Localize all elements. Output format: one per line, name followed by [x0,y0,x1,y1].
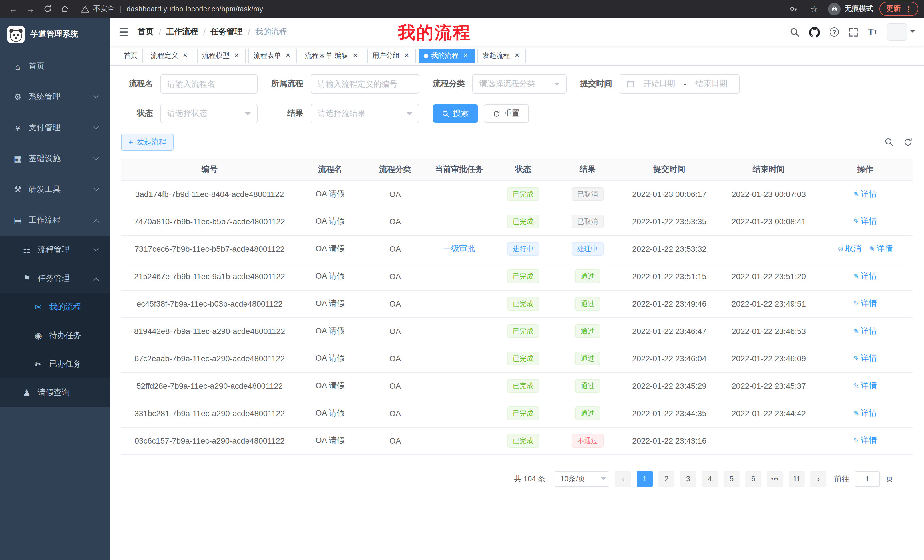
current-task-link[interactable]: 一级审批 [443,244,475,253]
process-name-input[interactable] [160,74,258,94]
page-size-select[interactable]: 10条/页 [555,471,609,487]
status-select[interactable]: 请选择状态 [160,104,258,123]
filter-label-name: 流程名 [121,79,153,89]
search-icon[interactable] [790,27,800,37]
help-icon[interactable]: ? [830,27,839,36]
tab-close-icon[interactable]: × [181,52,189,60]
page-button[interactable]: 1 [637,471,653,487]
prev-page-button[interactable]: ‹ [615,471,631,487]
tab-item[interactable]: 我的流程× [418,48,475,63]
forward-icon[interactable]: → [23,2,38,16]
cell-end-time: 2022-01-23 00:07:03 [720,180,818,208]
cell-result: 已取消 [556,180,619,208]
detail-action-link[interactable]: ✎详情 [854,298,877,308]
result-select[interactable]: 请选择流结果 [310,104,419,123]
action-label: 详情 [861,216,877,226]
date-range-picker[interactable]: 开始日期 - 结束日期 [620,74,740,94]
sidebar-item-infra[interactable]: ▦基础设施 [0,143,110,174]
menu-dots-icon[interactable]: ⋮ [904,4,913,13]
refresh-table-icon[interactable] [903,138,913,147]
page-button[interactable]: 3 [680,471,696,487]
tab-label: 首页 [124,51,138,60]
back-icon[interactable]: ← [6,2,21,16]
cell-current-task [428,345,490,372]
tab-close-icon[interactable]: × [351,52,359,60]
detail-action-link[interactable]: ✎详情 [854,408,877,417]
page-button[interactable]: 6 [745,471,761,487]
update-button[interactable]: 更新 ⋮ [879,2,918,16]
detail-action-link[interactable]: ✎详情 [854,216,877,226]
pagination-ellipsis[interactable]: ••• [767,471,783,487]
search-button[interactable]: 搜索 [433,105,478,123]
font-size-icon[interactable]: TT [868,27,877,36]
page-button[interactable]: 5 [723,471,740,487]
cell-id: 7317cec6-7b9b-11ec-b5b7-acde48001122 [121,235,298,263]
sidebar-item-process-mgmt[interactable]: ☷流程管理 [0,236,110,264]
status-tag: 已完成 [507,270,539,283]
cell-result: 通过 [556,372,619,400]
detail-action-link[interactable]: ✎详情 [854,353,877,362]
category-select[interactable]: 请选择流程分类 [472,74,567,94]
logo[interactable]: 芋道管理系统 [0,18,110,51]
create-process-button[interactable]: + 发起流程 [121,133,174,151]
tab-close-icon[interactable]: × [232,52,240,60]
sidebar-item-devtools[interactable]: ⚒研发工具 [0,174,110,205]
sidebar-item-workflow[interactable]: ▤工作流程 [0,205,110,236]
sidebar-item-home[interactable]: ⌂首页 [0,51,110,82]
cell-end-time: 2022-01-22 23:46:53 [720,317,818,345]
breadcrumb-item[interactable]: 任务管理 [211,27,243,37]
tab-item[interactable]: 流程模型× [197,48,246,63]
detail-action-link[interactable]: ✎详情 [869,244,892,253]
tab-close-icon[interactable]: × [403,52,411,60]
detail-action-link[interactable]: ✎详情 [854,436,877,445]
tab-item[interactable]: 发起流程× [477,48,526,63]
goto-page-input[interactable] [855,471,880,487]
cancel-action-link[interactable]: ⊘取消 [838,244,861,253]
home-button-icon[interactable] [57,2,72,16]
detail-action-link[interactable]: ✎详情 [854,189,877,198]
detail-action-link[interactable]: ✎详情 [854,381,877,390]
incognito-badge: 无痕模式 [828,3,873,15]
reload-icon[interactable] [40,2,55,16]
cell-submit-time: 2022-01-22 23:46:47 [619,317,720,345]
cell-category: OA [362,290,428,317]
process-definition-input[interactable] [310,74,419,94]
page-button[interactable]: 4 [702,471,718,487]
tab-close-icon[interactable]: × [513,52,521,60]
next-page-button[interactable]: › [810,471,826,487]
key-icon[interactable] [786,2,801,16]
bookmark-star-icon[interactable]: ☆ [807,2,822,16]
page-button[interactable]: 2 [658,471,675,487]
cell-end-time: 2022-01-22 23:46:09 [720,345,818,372]
sidebar-item-leave-query[interactable]: ♟请假查询 [0,379,110,407]
breadcrumb-item[interactable]: 首页 [138,27,154,37]
cell-status: 已完成 [490,263,556,290]
detail-action-link[interactable]: ✎详情 [854,326,877,335]
tab-item[interactable]: 流程表单-编辑× [300,48,364,63]
detail-action-link[interactable]: ✎详情 [854,271,877,280]
result-tag: 已取消 [572,215,604,228]
tab-item[interactable]: 流程表单× [248,48,297,63]
github-icon[interactable] [809,27,820,37]
chevron-up-icon [93,277,99,283]
reset-button[interactable]: 重置 [484,105,529,123]
toggle-search-icon[interactable] [885,138,894,147]
page-button[interactable]: 11 [789,471,805,487]
tab-close-icon[interactable]: × [284,52,292,60]
tab-item[interactable]: 流程定义× [146,48,194,63]
tab-close-icon[interactable]: × [461,52,470,60]
address-bar[interactable]: 不安全 | dashboard.yudao.iocoder.cn/bpm/tas… [81,4,783,14]
tab-item[interactable]: 用户分组× [367,48,416,63]
fullscreen-icon[interactable] [849,27,858,37]
sidebar-item-todo-task[interactable]: ◉待办任务 [0,321,110,350]
sidebar-item-task-mgmt[interactable]: ⚑任务管理 [0,264,110,293]
sidebar-item-payment[interactable]: ¥支付管理 [0,112,110,143]
cell-actions: ⊘取消✎详情 [818,235,913,263]
avatar-dropdown[interactable] [887,23,915,40]
tab-item[interactable]: 首页 [119,48,143,63]
breadcrumb-item[interactable]: 工作流程 [166,27,198,37]
sidebar-item-my-process[interactable]: ✉我的流程 [0,293,110,321]
sidebar-item-system[interactable]: ⚙系统管理 [0,82,110,112]
sidebar-item-done-task[interactable]: ✂已办任务 [0,350,110,379]
hamburger-icon[interactable]: ☰ [119,27,129,37]
